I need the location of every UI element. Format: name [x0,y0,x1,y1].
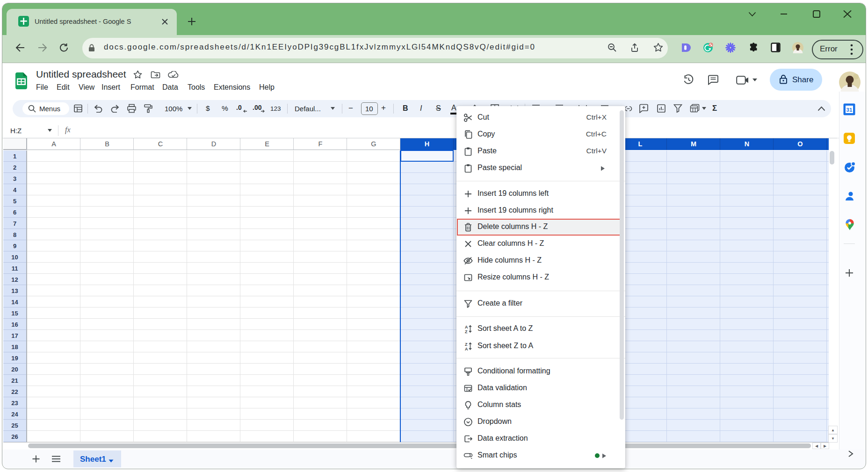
svg-text:31: 31 [846,107,853,113]
svg-text:A: A [465,347,468,351]
svg-text:Z: Z [465,342,468,347]
svg-text:Z: Z [465,329,468,334]
svg-text:A: A [465,325,468,329]
